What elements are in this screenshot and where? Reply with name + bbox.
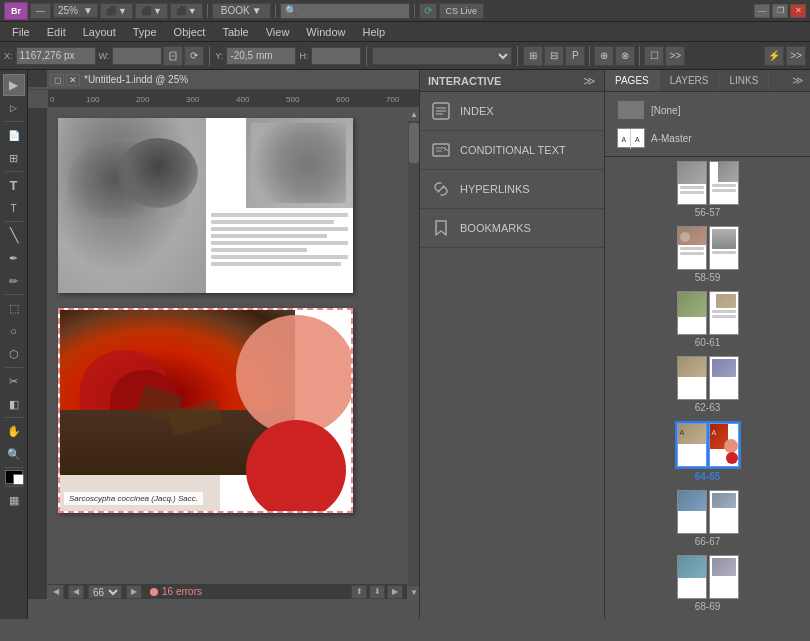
doc-restore-btn[interactable]: ◻ <box>50 74 64 86</box>
doc-close-btn[interactable]: ✕ <box>66 74 80 86</box>
page-65-thumb[interactable]: A <box>709 423 739 467</box>
scrollbar-vertical[interactable]: ▲ ▼ <box>407 108 419 599</box>
tool-ellipse[interactable]: ○ <box>3 320 25 342</box>
page-spread-top <box>58 118 353 293</box>
page-62-thumb[interactable] <box>677 356 707 400</box>
tool-type-path[interactable]: T <box>3 197 25 219</box>
page-67-thumb[interactable] <box>709 490 739 534</box>
minimize-btn[interactable]: — <box>30 3 51 19</box>
tool-view-mode[interactable]: ▦ <box>3 489 25 511</box>
zoom-control[interactable]: 25% ▼ <box>53 3 98 18</box>
panel-item-bookmarks[interactable]: BOOKMARKS <box>420 209 604 248</box>
tb-align-btn2[interactable]: ⊟ <box>544 46 564 66</box>
main-layout: ▶ ▷ 📄 ⊞ T T ╲ ✒ ✏ ⬚ ○ ⬡ ✂ ◧ ✋ 🔍 ▦ — <box>0 70 810 619</box>
tool-polygon[interactable]: ⬡ <box>3 343 25 365</box>
scroll-down-btn[interactable]: ▼ <box>408 585 419 599</box>
panel-item-hyperlinks[interactable]: HYPERLINKS <box>420 170 604 209</box>
tab-layers[interactable]: LAYERS <box>660 70 720 91</box>
tool-rect-frame[interactable]: ⬚ <box>3 297 25 319</box>
arrange-btn[interactable]: ⬛▼ <box>135 3 168 19</box>
nav-btn1[interactable]: ⬆ <box>351 585 367 599</box>
win-minimize-btn[interactable]: — <box>754 4 770 18</box>
page-63-thumb[interactable] <box>709 356 739 400</box>
tb-font-select[interactable] <box>372 47 512 65</box>
page-56-thumb[interactable] <box>677 161 707 205</box>
tb-h-input[interactable] <box>311 47 361 65</box>
tb-expand-btn[interactable]: >> <box>786 46 806 66</box>
nav-btn2[interactable]: ⬇ <box>369 585 385 599</box>
tb-more-btn[interactable]: >> <box>665 46 685 66</box>
scroll-track-h[interactable]: ◀ 66 ▶ 16 errors <box>64 585 351 599</box>
tb-rotate-icon[interactable]: ⟳ <box>184 46 204 66</box>
tb-constrain-icon[interactable] <box>163 46 183 66</box>
tool-gradient[interactable]: ◧ <box>3 393 25 415</box>
panel-item-conditional-text[interactable]: CONDITIONAL TEXT <box>420 131 604 170</box>
canvas-scroll[interactable]: Sarcoscypha coccinea (Jacq.) Sacc. <box>48 108 407 599</box>
tb-option-btn1[interactable]: ⊕ <box>594 46 614 66</box>
tb-w-input[interactable] <box>112 47 162 65</box>
tool-pencil[interactable]: ✏ <box>3 270 25 292</box>
scroll-track-v[interactable] <box>408 122 419 585</box>
page-68-thumb[interactable] <box>677 555 707 599</box>
menu-table[interactable]: Table <box>214 24 256 40</box>
tab-pages[interactable]: PAGES <box>605 70 660 91</box>
tool-select[interactable]: ▶ <box>3 74 25 96</box>
screen-btn[interactable]: ⬛▼ <box>170 3 203 19</box>
page-61-thumb[interactable] <box>709 291 739 335</box>
page-69-thumb[interactable] <box>709 555 739 599</box>
search-box[interactable]: 🔍 <box>280 3 410 19</box>
tool-type[interactable]: T <box>3 174 25 196</box>
tb-option-btn2[interactable]: ⊗ <box>615 46 635 66</box>
pages-panel-expand-btn[interactable]: ≫ <box>786 74 810 87</box>
menu-help[interactable]: Help <box>354 24 393 40</box>
tool-sep4 <box>5 294 23 295</box>
book-btn[interactable]: BOOK ▼ <box>212 3 271 19</box>
tb-flash-btn[interactable]: ⚡ <box>764 46 784 66</box>
page-66-thumb[interactable] <box>677 490 707 534</box>
tool-hand[interactable]: ✋ <box>3 420 25 442</box>
menu-edit[interactable]: Edit <box>39 24 74 40</box>
menu-view[interactable]: View <box>258 24 298 40</box>
tab-links[interactable]: LINKS <box>719 70 769 91</box>
page-thumbs-section[interactable]: 56-57 <box>605 157 810 619</box>
view-mode-btn[interactable]: ⬛▼ <box>100 3 133 19</box>
page-59-thumb[interactable] <box>709 226 739 270</box>
page-58-thumb[interactable] <box>677 226 707 270</box>
win-restore-btn[interactable]: ❐ <box>772 4 788 18</box>
tb-x-input[interactable] <box>16 47 96 65</box>
tb-y-input[interactable] <box>226 47 296 65</box>
scroll-thumb-v[interactable] <box>409 123 419 163</box>
tb-align-btn1[interactable]: ⊞ <box>523 46 543 66</box>
menu-object[interactable]: Object <box>166 24 214 40</box>
scrollbar-horizontal[interactable]: ◀ ◀ 66 ▶ 16 errors ⬆ ⬇ ▶ <box>48 583 407 599</box>
tool-page[interactable]: 📄 <box>3 124 25 146</box>
app-icon: Br <box>4 2 28 20</box>
page-64-thumb[interactable]: A <box>677 423 707 467</box>
tool-line[interactable]: ╲ <box>3 224 25 246</box>
tool-zoom[interactable]: 🔍 <box>3 443 25 465</box>
page-next-btn[interactable]: ▶ <box>126 585 142 599</box>
tb-align-btn3[interactable]: P <box>565 46 585 66</box>
a-master-row: A A A-Master <box>609 124 806 152</box>
page-60-thumb[interactable] <box>677 291 707 335</box>
win-close-btn[interactable]: ✕ <box>790 4 806 18</box>
interactive-panel-expand[interactable]: ≫ <box>583 74 596 88</box>
tool-fill-stroke[interactable] <box>5 470 23 484</box>
menu-type[interactable]: Type <box>125 24 165 40</box>
scroll-up-btn[interactable]: ▲ <box>408 108 419 122</box>
tb-box-btn[interactable]: ☐ <box>644 46 664 66</box>
tool-scissors[interactable]: ✂ <box>3 370 25 392</box>
page-prev-btn[interactable]: ◀ <box>68 585 84 599</box>
tool-pen[interactable]: ✒ <box>3 247 25 269</box>
page-select[interactable]: 66 <box>88 585 122 599</box>
panel-item-index[interactable]: INDEX <box>420 92 604 131</box>
tool-direct-select[interactable]: ▷ <box>3 97 25 119</box>
scroll-right-btn[interactable]: ▶ <box>387 585 403 599</box>
menu-window[interactable]: Window <box>298 24 353 40</box>
cs-live-btn[interactable]: CS Live <box>439 3 485 19</box>
page-57-thumb[interactable] <box>709 161 739 205</box>
tool-gap[interactable]: ⊞ <box>3 147 25 169</box>
scroll-left-btn[interactable]: ◀ <box>48 585 64 599</box>
menu-layout[interactable]: Layout <box>75 24 124 40</box>
menu-file[interactable]: File <box>4 24 38 40</box>
